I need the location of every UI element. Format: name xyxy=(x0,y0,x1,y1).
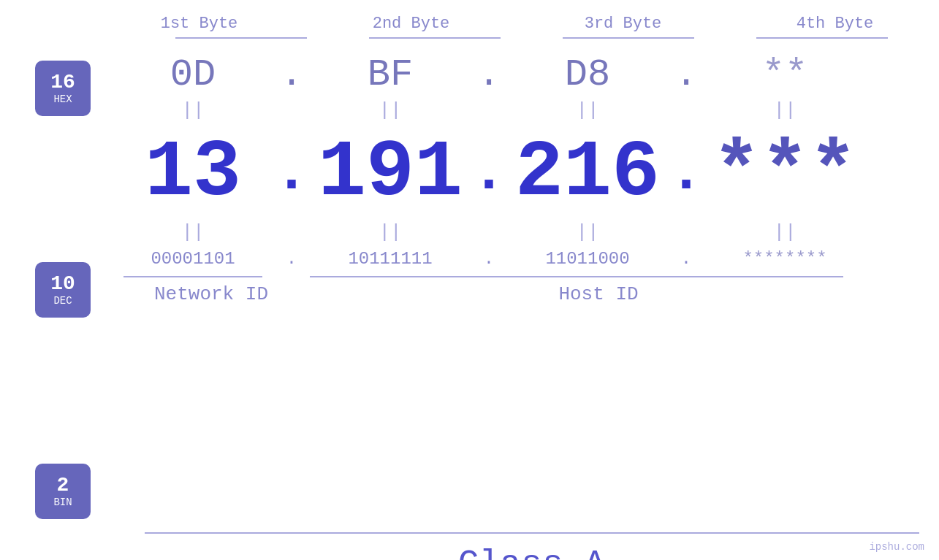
dec-b4: *** xyxy=(704,127,865,218)
id-labels-row: Network ID Host ID xyxy=(113,283,887,305)
class-label-row: Class A xyxy=(145,545,919,560)
bracket-bottom-host xyxy=(310,276,843,277)
dec-badge-number: 10 xyxy=(50,273,75,296)
byte-header-1: 1st Byte xyxy=(119,15,280,33)
byte-header-4: 4th Byte xyxy=(755,15,916,33)
hex-badge-label: HEX xyxy=(53,93,72,105)
bracket-top-2 xyxy=(369,37,501,39)
dec-b3: 216 xyxy=(507,127,668,218)
hex-b3: D8 xyxy=(507,53,668,96)
bracket-top-3 xyxy=(563,37,694,39)
hex-b1: 0D xyxy=(113,53,273,96)
bin-dot-3: . xyxy=(668,249,704,269)
bracket-top-4 xyxy=(756,37,888,39)
hex-dot-1: . xyxy=(273,53,310,96)
bin-b2: 10111111 xyxy=(310,249,471,269)
bin-badge-label: BIN xyxy=(53,496,72,508)
dec-row: 13 . 191 . 216 . *** xyxy=(113,127,887,218)
byte-headers-row: 1st Byte 2nd Byte 3rd Byte 4th Byte xyxy=(115,15,919,33)
watermark: ipshu.com xyxy=(869,541,924,553)
hex-row: 0D . BF . D8 . ** xyxy=(113,53,887,96)
equals-row-2: || || || || xyxy=(113,221,887,243)
bin-badge: 2 BIN xyxy=(35,464,91,519)
long-bracket xyxy=(145,532,919,534)
badges-column: 16 HEX 10 DEC 2 BIN xyxy=(35,53,91,519)
hex-b4: ** xyxy=(704,53,865,96)
dec-dot-3: . xyxy=(668,139,704,206)
dec-b1: 13 xyxy=(113,127,273,218)
bin-b3: 11011000 xyxy=(507,249,668,269)
top-brackets xyxy=(145,37,919,39)
dec-badge: 10 DEC xyxy=(35,262,91,318)
hex-dot-3: . xyxy=(668,53,704,96)
dec-dot-2: . xyxy=(471,139,507,206)
byte-header-2: 2nd Byte xyxy=(331,15,492,33)
main-container: 1st Byte 2nd Byte 3rd Byte 4th Byte 16 H… xyxy=(0,0,939,560)
class-label: Class A xyxy=(458,545,606,560)
bin-badge-number: 2 xyxy=(57,475,69,497)
dec-b2: 191 xyxy=(310,127,471,218)
byte-header-3: 3rd Byte xyxy=(543,15,704,33)
ip-rows: 0D . BF . D8 . ** xyxy=(113,53,887,305)
bin-dot-1: . xyxy=(273,249,310,269)
hex-badge: 16 HEX xyxy=(35,61,91,116)
content-wrapper: 16 HEX 10 DEC 2 BIN 0D . xyxy=(0,53,939,519)
equals-row-1: || || || || xyxy=(113,99,887,121)
host-id-label: Host ID xyxy=(310,283,887,305)
bin-b1: 00001101 xyxy=(113,249,273,269)
hex-dot-2: . xyxy=(471,53,507,96)
bin-row: 00001101 . 10111111 . 11011000 . xyxy=(113,249,887,269)
bracket-bottom-network xyxy=(123,276,262,277)
bracket-top-1 xyxy=(175,37,307,39)
hex-b2: BF xyxy=(310,53,471,96)
dec-dot-1: . xyxy=(273,139,310,206)
bottom-brackets xyxy=(113,276,887,277)
bin-b4: ******** xyxy=(704,249,865,269)
bin-dot-2: . xyxy=(471,249,507,269)
dec-badge-label: DEC xyxy=(53,295,72,307)
long-bracket-line xyxy=(145,532,919,534)
hex-badge-number: 16 xyxy=(50,72,75,94)
network-id-label: Network ID xyxy=(113,283,310,305)
